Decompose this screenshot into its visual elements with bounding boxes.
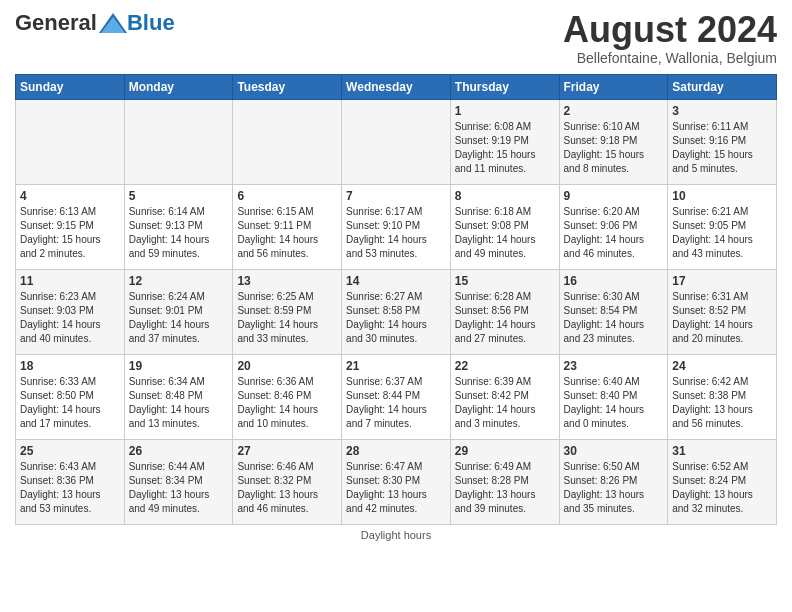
day-info: Sunrise: 6:47 AM Sunset: 8:30 PM Dayligh…	[346, 460, 446, 516]
day-cell: 3Sunrise: 6:11 AM Sunset: 9:16 PM Daylig…	[668, 99, 777, 184]
day-cell: 6Sunrise: 6:15 AM Sunset: 9:11 PM Daylig…	[233, 184, 342, 269]
week-row-3: 11Sunrise: 6:23 AM Sunset: 9:03 PM Dayli…	[16, 269, 777, 354]
day-info: Sunrise: 6:49 AM Sunset: 8:28 PM Dayligh…	[455, 460, 555, 516]
day-number: 19	[129, 359, 229, 373]
day-info: Sunrise: 6:33 AM Sunset: 8:50 PM Dayligh…	[20, 375, 120, 431]
day-number: 8	[455, 189, 555, 203]
day-cell: 30Sunrise: 6:50 AM Sunset: 8:26 PM Dayli…	[559, 439, 668, 524]
day-cell: 23Sunrise: 6:40 AM Sunset: 8:40 PM Dayli…	[559, 354, 668, 439]
day-info: Sunrise: 6:46 AM Sunset: 8:32 PM Dayligh…	[237, 460, 337, 516]
title-block: August 2024 Bellefontaine, Wallonia, Bel…	[563, 10, 777, 66]
day-info: Sunrise: 6:36 AM Sunset: 8:46 PM Dayligh…	[237, 375, 337, 431]
day-number: 7	[346, 189, 446, 203]
day-info: Sunrise: 6:13 AM Sunset: 9:15 PM Dayligh…	[20, 205, 120, 261]
day-number: 24	[672, 359, 772, 373]
day-info: Sunrise: 6:50 AM Sunset: 8:26 PM Dayligh…	[564, 460, 664, 516]
day-header-saturday: Saturday	[668, 74, 777, 99]
day-cell: 9Sunrise: 6:20 AM Sunset: 9:06 PM Daylig…	[559, 184, 668, 269]
day-cell: 25Sunrise: 6:43 AM Sunset: 8:36 PM Dayli…	[16, 439, 125, 524]
day-header-thursday: Thursday	[450, 74, 559, 99]
day-cell: 1Sunrise: 6:08 AM Sunset: 9:19 PM Daylig…	[450, 99, 559, 184]
day-info: Sunrise: 6:14 AM Sunset: 9:13 PM Dayligh…	[129, 205, 229, 261]
day-header-friday: Friday	[559, 74, 668, 99]
day-number: 29	[455, 444, 555, 458]
day-header-monday: Monday	[124, 74, 233, 99]
day-number: 30	[564, 444, 664, 458]
day-number: 15	[455, 274, 555, 288]
day-number: 10	[672, 189, 772, 203]
day-info: Sunrise: 6:28 AM Sunset: 8:56 PM Dayligh…	[455, 290, 555, 346]
day-number: 14	[346, 274, 446, 288]
day-cell: 7Sunrise: 6:17 AM Sunset: 9:10 PM Daylig…	[342, 184, 451, 269]
day-cell: 21Sunrise: 6:37 AM Sunset: 8:44 PM Dayli…	[342, 354, 451, 439]
day-cell: 13Sunrise: 6:25 AM Sunset: 8:59 PM Dayli…	[233, 269, 342, 354]
week-row-1: 1Sunrise: 6:08 AM Sunset: 9:19 PM Daylig…	[16, 99, 777, 184]
day-cell	[342, 99, 451, 184]
day-number: 1	[455, 104, 555, 118]
header-row: SundayMondayTuesdayWednesdayThursdayFrid…	[16, 74, 777, 99]
logo: General Blue	[15, 10, 175, 36]
day-info: Sunrise: 6:18 AM Sunset: 9:08 PM Dayligh…	[455, 205, 555, 261]
day-number: 27	[237, 444, 337, 458]
day-header-sunday: Sunday	[16, 74, 125, 99]
day-info: Sunrise: 6:20 AM Sunset: 9:06 PM Dayligh…	[564, 205, 664, 261]
logo-icon	[99, 13, 127, 33]
day-cell: 16Sunrise: 6:30 AM Sunset: 8:54 PM Dayli…	[559, 269, 668, 354]
day-cell	[16, 99, 125, 184]
day-info: Sunrise: 6:23 AM Sunset: 9:03 PM Dayligh…	[20, 290, 120, 346]
day-cell: 10Sunrise: 6:21 AM Sunset: 9:05 PM Dayli…	[668, 184, 777, 269]
day-number: 11	[20, 274, 120, 288]
day-info: Sunrise: 6:27 AM Sunset: 8:58 PM Dayligh…	[346, 290, 446, 346]
day-info: Sunrise: 6:25 AM Sunset: 8:59 PM Dayligh…	[237, 290, 337, 346]
day-info: Sunrise: 6:15 AM Sunset: 9:11 PM Dayligh…	[237, 205, 337, 261]
logo-general-text: General	[15, 10, 97, 36]
day-info: Sunrise: 6:31 AM Sunset: 8:52 PM Dayligh…	[672, 290, 772, 346]
day-header-wednesday: Wednesday	[342, 74, 451, 99]
day-number: 25	[20, 444, 120, 458]
day-info: Sunrise: 6:39 AM Sunset: 8:42 PM Dayligh…	[455, 375, 555, 431]
day-info: Sunrise: 6:21 AM Sunset: 9:05 PM Dayligh…	[672, 205, 772, 261]
day-number: 20	[237, 359, 337, 373]
day-number: 6	[237, 189, 337, 203]
day-number: 13	[237, 274, 337, 288]
day-info: Sunrise: 6:52 AM Sunset: 8:24 PM Dayligh…	[672, 460, 772, 516]
day-cell	[124, 99, 233, 184]
day-cell: 8Sunrise: 6:18 AM Sunset: 9:08 PM Daylig…	[450, 184, 559, 269]
day-info: Sunrise: 6:10 AM Sunset: 9:18 PM Dayligh…	[564, 120, 664, 176]
week-row-5: 25Sunrise: 6:43 AM Sunset: 8:36 PM Dayli…	[16, 439, 777, 524]
day-number: 2	[564, 104, 664, 118]
day-cell: 14Sunrise: 6:27 AM Sunset: 8:58 PM Dayli…	[342, 269, 451, 354]
footer-note: Daylight hours	[15, 529, 777, 541]
day-number: 12	[129, 274, 229, 288]
day-cell: 31Sunrise: 6:52 AM Sunset: 8:24 PM Dayli…	[668, 439, 777, 524]
day-cell: 2Sunrise: 6:10 AM Sunset: 9:18 PM Daylig…	[559, 99, 668, 184]
day-cell	[233, 99, 342, 184]
day-cell: 11Sunrise: 6:23 AM Sunset: 9:03 PM Dayli…	[16, 269, 125, 354]
day-info: Sunrise: 6:44 AM Sunset: 8:34 PM Dayligh…	[129, 460, 229, 516]
day-cell: 5Sunrise: 6:14 AM Sunset: 9:13 PM Daylig…	[124, 184, 233, 269]
logo-blue-text: Blue	[127, 10, 175, 36]
day-info: Sunrise: 6:42 AM Sunset: 8:38 PM Dayligh…	[672, 375, 772, 431]
day-number: 16	[564, 274, 664, 288]
day-info: Sunrise: 6:37 AM Sunset: 8:44 PM Dayligh…	[346, 375, 446, 431]
day-info: Sunrise: 6:24 AM Sunset: 9:01 PM Dayligh…	[129, 290, 229, 346]
day-cell: 22Sunrise: 6:39 AM Sunset: 8:42 PM Dayli…	[450, 354, 559, 439]
day-info: Sunrise: 6:08 AM Sunset: 9:19 PM Dayligh…	[455, 120, 555, 176]
week-row-4: 18Sunrise: 6:33 AM Sunset: 8:50 PM Dayli…	[16, 354, 777, 439]
week-row-2: 4Sunrise: 6:13 AM Sunset: 9:15 PM Daylig…	[16, 184, 777, 269]
day-cell: 18Sunrise: 6:33 AM Sunset: 8:50 PM Dayli…	[16, 354, 125, 439]
day-number: 17	[672, 274, 772, 288]
month-title: August 2024	[563, 10, 777, 50]
day-cell: 27Sunrise: 6:46 AM Sunset: 8:32 PM Dayli…	[233, 439, 342, 524]
day-cell: 29Sunrise: 6:49 AM Sunset: 8:28 PM Dayli…	[450, 439, 559, 524]
day-header-tuesday: Tuesday	[233, 74, 342, 99]
day-number: 5	[129, 189, 229, 203]
location: Bellefontaine, Wallonia, Belgium	[563, 50, 777, 66]
day-cell: 26Sunrise: 6:44 AM Sunset: 8:34 PM Dayli…	[124, 439, 233, 524]
day-number: 9	[564, 189, 664, 203]
day-info: Sunrise: 6:30 AM Sunset: 8:54 PM Dayligh…	[564, 290, 664, 346]
day-info: Sunrise: 6:43 AM Sunset: 8:36 PM Dayligh…	[20, 460, 120, 516]
day-cell: 4Sunrise: 6:13 AM Sunset: 9:15 PM Daylig…	[16, 184, 125, 269]
day-info: Sunrise: 6:40 AM Sunset: 8:40 PM Dayligh…	[564, 375, 664, 431]
day-number: 22	[455, 359, 555, 373]
